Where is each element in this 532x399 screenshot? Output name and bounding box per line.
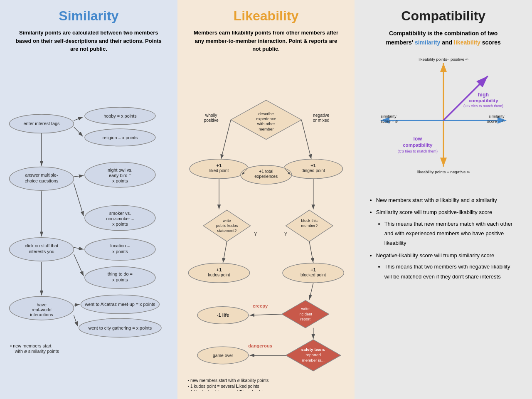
compat-sub-bullet-3-1: This means that two members with negativ…: [384, 262, 518, 281]
svg-text:enter interest tags: enter interest tags: [24, 121, 60, 126]
svg-text:x points: x points: [112, 222, 128, 227]
compatibility-title: Compatibility: [401, 8, 485, 24]
svg-text:non-smoker =: non-smoker =: [106, 216, 134, 221]
svg-text:(CS tries to match them): (CS tries to match them): [397, 149, 437, 153]
likeability-column: Likeability Members earn likability poin…: [177, 0, 355, 399]
svg-text:member is...: member is...: [302, 358, 325, 362]
svg-text:with ø similarity points: with ø similarity points: [15, 349, 59, 354]
svg-text:creepy: creepy: [253, 303, 268, 308]
svg-text:experiences: experiences: [254, 174, 278, 179]
svg-text:kudos point: kudos point: [208, 273, 230, 277]
svg-line-43: [74, 315, 77, 326]
svg-line-38: [74, 175, 84, 177]
compat-sub-bullet-2-1: This means that new members match with e…: [384, 219, 518, 248]
similarity-column: Similarity Similarity points are calcula…: [0, 0, 177, 399]
svg-text:wholly: wholly: [204, 113, 217, 117]
svg-text:went to city gathering = x poi: went to city gathering = x points: [88, 325, 152, 330]
similarity-flowchart: enter interest tags answer multiple- cho…: [6, 61, 171, 391]
svg-line-89: [223, 241, 227, 263]
svg-text:positive: positive: [204, 118, 218, 122]
compat-bullet-1: New members start with ø likability and …: [376, 195, 518, 205]
svg-text:real-world: real-world: [32, 307, 52, 312]
svg-text:high: high: [478, 92, 489, 98]
compat-bullet-2: Similarity score will trump positive-lik…: [376, 207, 518, 248]
svg-text:describe: describe: [258, 111, 274, 116]
svg-line-36: [74, 117, 83, 121]
svg-text:score = ø: score = ø: [381, 119, 398, 123]
svg-text:report: report: [300, 316, 310, 321]
svg-text:write: write: [300, 306, 309, 311]
compatibility-column: Compatibility Compatibility is the combi…: [355, 0, 532, 399]
svg-text:likeability points = negative : likeability points = negative ∞: [417, 169, 470, 174]
svg-line-59: [221, 120, 231, 159]
svg-text:blocked point: blocked point: [300, 273, 326, 277]
svg-line-39: [74, 183, 84, 216]
svg-text:+1: +1: [310, 163, 316, 167]
svg-text:choice questions: choice questions: [25, 178, 59, 183]
compatibility-description: Compatibility is the combination of two …: [377, 29, 510, 47]
svg-text:safety team:: safety team:: [301, 347, 325, 351]
svg-text:write: write: [222, 218, 231, 222]
svg-text:went to Alcatraz meet-up = x p: went to Alcatraz meet-up = x points: [84, 301, 155, 306]
svg-text:public kudos: public kudos: [216, 223, 238, 228]
svg-text:score = ∞: score = ∞: [487, 119, 504, 123]
svg-text:night owl vs.: night owl vs.: [108, 167, 133, 172]
svg-text:(CS tries to match them): (CS tries to match them): [463, 104, 503, 108]
svg-line-108: [309, 283, 313, 300]
svg-text:member: member: [259, 126, 274, 131]
svg-text:member?: member?: [301, 223, 318, 228]
svg-text:similarity: similarity: [381, 114, 397, 118]
like-word: likeability: [454, 39, 480, 46]
compatibility-axis-chart: likeability points= positive ∞ likeabili…: [373, 56, 514, 189]
svg-text:•  1 kudos point = several Lik: • 1 kudos point = several Liked points: [187, 384, 259, 389]
svg-text:hobby = x points: hobby = x points: [103, 113, 137, 118]
svg-text:-1 life: -1 life: [217, 313, 229, 318]
svg-text:compatibility: compatibility: [468, 98, 498, 103]
svg-text:click on stuff that: click on stuff that: [25, 243, 59, 248]
svg-text:interests you: interests you: [29, 249, 54, 254]
likeability-description: Members earn likability points from othe…: [191, 29, 341, 53]
svg-text:x points: x points: [112, 277, 128, 282]
svg-text:•  new members start with ø li: • new members start with ø likability po…: [187, 378, 268, 383]
svg-text:+1: +1: [310, 267, 316, 272]
svg-text:incident: incident: [298, 311, 312, 316]
svg-text:liked point: liked point: [209, 168, 229, 172]
svg-text:x points: x points: [112, 249, 128, 254]
svg-text:compatibility: compatibility: [403, 142, 433, 147]
svg-text:or mixed: or mixed: [313, 118, 329, 122]
svg-text:•  1 blocked point = several D: • 1 blocked point = several Dinged point…: [187, 390, 266, 391]
svg-text:experience: experience: [256, 116, 276, 121]
svg-text:smoker vs.: smoker vs.: [109, 210, 131, 215]
svg-text:low: low: [413, 136, 422, 142]
svg-text:Y: Y: [254, 232, 257, 236]
svg-line-41: [74, 254, 84, 276]
svg-text:negative: negative: [313, 113, 329, 117]
likeability-flowchart: describe experience with other member wh…: [184, 61, 349, 391]
svg-text:with other: with other: [257, 121, 276, 126]
svg-text:interactions: interactions: [30, 312, 53, 317]
svg-text:thing to do =: thing to do =: [108, 271, 133, 276]
svg-text:x points: x points: [112, 178, 128, 183]
svg-line-105: [249, 314, 281, 315]
svg-text:• new members start: • new members start: [10, 343, 51, 348]
svg-text:block this: block this: [301, 218, 318, 222]
svg-text:answer multiple-: answer multiple-: [25, 172, 58, 177]
svg-text:similarity: similarity: [488, 114, 504, 118]
svg-line-42: [74, 304, 79, 305]
svg-text:location =: location =: [110, 243, 130, 248]
svg-text:+1 total: +1 total: [259, 169, 273, 173]
sim-word: similarity: [415, 39, 440, 46]
svg-text:reported: reported: [305, 352, 321, 357]
svg-line-90: [309, 241, 313, 263]
compatibility-bullets: New members start with ø likability and …: [369, 195, 518, 284]
svg-line-40: [74, 247, 84, 249]
svg-text:dinged point: dinged point: [301, 168, 325, 172]
similarity-description: Similarity points are calculated between…: [14, 29, 163, 53]
svg-line-60: [301, 120, 311, 159]
svg-text:dangerous: dangerous: [248, 343, 272, 348]
svg-text:statement?: statement?: [217, 228, 236, 233]
svg-text:Y: Y: [284, 232, 287, 236]
likeability-title: Likeability: [234, 8, 299, 24]
svg-text:religion = x points: religion = x points: [102, 135, 138, 140]
svg-text:have: have: [37, 302, 47, 307]
